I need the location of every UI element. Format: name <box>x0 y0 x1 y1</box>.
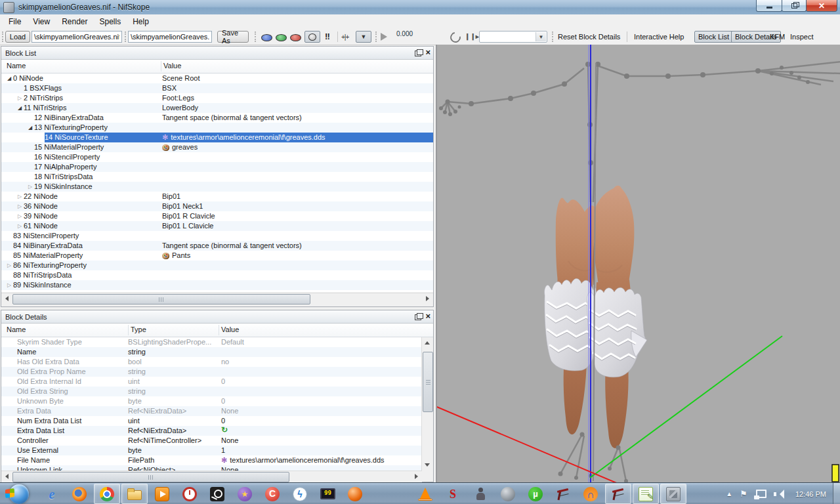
reset-block-details-button[interactable]: Reset Block Details <box>558 33 620 41</box>
close-button[interactable]: ✕ <box>806 0 837 12</box>
save-file-input[interactable] <box>128 31 212 43</box>
block-details-row[interactable]: Has Old Extra Databoolno <box>1 357 422 367</box>
render-eye-toggle-button[interactable] <box>304 31 320 43</box>
block-list-row[interactable]: ◢11 NiTriStripsLowerBody <box>1 103 433 113</box>
view-dropdown-button[interactable]: ▼ <box>356 31 371 43</box>
block-details-row[interactable]: Extra Data ListRef<NiExtraData>↻ <box>1 426 422 436</box>
taskbar-nifskope[interactable] <box>660 484 686 504</box>
taskbar-vlc[interactable] <box>412 484 438 504</box>
menu-view[interactable]: View <box>27 16 56 28</box>
block-list-row[interactable]: 88 NiTriStripsData <box>1 270 433 280</box>
network-icon[interactable] <box>754 489 767 499</box>
collapse-arrow-icon[interactable]: ◢ <box>16 103 24 113</box>
block-details-row[interactable]: ControllerRef<NiTimeController>None <box>1 436 422 446</box>
show-hidden-icons-button[interactable]: ▲ <box>722 490 736 497</box>
hscroll-thumb[interactable] <box>12 472 289 482</box>
menu-render[interactable]: Render <box>56 16 93 28</box>
vscroll-thumb[interactable] <box>423 352 433 412</box>
play-icon[interactable] <box>381 33 391 41</box>
taskbar-windows-explorer[interactable] <box>121 484 148 504</box>
block-details-vscrollbar[interactable] <box>421 337 433 471</box>
block-list-row[interactable]: 85 NiMaterialPropertyPants <box>1 251 433 261</box>
block-list-row[interactable]: ▷2 NiTriStripsFoot:Legs <box>1 93 433 103</box>
render-eye-blue-icon[interactable] <box>261 34 272 41</box>
taskbar-figure-app[interactable] <box>467 484 494 504</box>
scroll-right-icon[interactable] <box>423 293 433 304</box>
block-list-row[interactable]: 15 NiMaterialPropertygreaves <box>1 142 433 152</box>
block-details-hscrollbar[interactable] <box>1 471 422 482</box>
taskbar-chrome[interactable] <box>94 484 120 504</box>
scroll-up-icon[interactable] <box>422 337 432 348</box>
block-list-row[interactable]: ◢0 NiNodeScene Root <box>1 74 433 83</box>
step-icon[interactable]: ❙❙▸ <box>465 33 479 40</box>
float-panel-icon[interactable] <box>415 314 421 320</box>
show-desktop-button[interactable] <box>833 483 840 504</box>
block-list-header[interactable]: Name Value <box>1 60 433 74</box>
taskbar-audio-app[interactable] <box>578 484 604 504</box>
expand-arrow-icon[interactable]: ▷ <box>16 211 24 221</box>
anim-toolbar-handle[interactable] <box>375 32 379 42</box>
block-list-row[interactable]: ▷89 NiSkinInstance <box>1 280 433 290</box>
column-header-name[interactable]: Name <box>7 326 26 333</box>
menu-spells[interactable]: Spells <box>94 16 127 28</box>
block-list-row[interactable]: ▷19 NiSkinInstance <box>1 182 433 192</box>
interactive-help-button[interactable]: Interactive Help <box>634 33 684 41</box>
taskbar-orange-sphere-app[interactable] <box>342 484 368 504</box>
menu-file[interactable]: File <box>3 16 27 28</box>
block-list-row[interactable]: 17 NiAlphaProperty <box>1 162 433 172</box>
float-panel-icon[interactable] <box>415 51 421 56</box>
action-center-flag-icon[interactable]: ⚑ <box>736 489 751 499</box>
taskbar-power-app[interactable] <box>177 484 203 504</box>
taskbar-internet-explorer[interactable] <box>39 484 65 504</box>
expand-arrow-icon[interactable]: ▷ <box>5 261 13 270</box>
block-details-header[interactable]: Name Type Value <box>1 324 433 337</box>
taskbar-media-player[interactable] <box>149 484 175 504</box>
block-list-row[interactable]: 16 NiStencilProperty <box>1 152 433 162</box>
minimize-button[interactable] <box>756 0 782 12</box>
column-header-value[interactable]: Value <box>163 62 181 70</box>
render-eye-green-icon[interactable] <box>276 34 287 41</box>
scroll-left-icon[interactable] <box>1 293 12 304</box>
block-details-row[interactable]: Old Extra Stringstring <box>1 387 422 396</box>
start-button[interactable] <box>0 483 38 504</box>
block-list-row[interactable]: 83 NiStencilProperty <box>1 231 433 241</box>
taskbar-ccleaner[interactable] <box>259 484 285 504</box>
block-list-hscrollbar[interactable] <box>1 293 433 304</box>
render-eye-red-icon[interactable] <box>290 34 301 41</box>
scroll-down-icon[interactable] <box>422 460 432 471</box>
view-toolbar-handle[interactable] <box>552 32 555 42</box>
collapse-arrow-icon[interactable]: ◢ <box>5 74 13 83</box>
volume-icon[interactable] <box>773 489 788 499</box>
block-details-row[interactable]: Namestring <box>1 347 422 357</box>
block-list-row[interactable]: ▷22 NiNodeBip01 <box>1 192 433 201</box>
viewport-3d[interactable] <box>436 45 840 482</box>
scroll-right-icon[interactable] <box>411 471 422 482</box>
expand-arrow-icon[interactable]: ▷ <box>5 280 13 290</box>
block-details-row[interactable]: Extra DataRef<NiExtraData>None <box>1 406 422 416</box>
inspect-button[interactable]: Inspect <box>790 33 813 41</box>
column-header-value[interactable]: Value <box>221 326 239 333</box>
menu-help[interactable]: Help <box>127 16 155 28</box>
footprints-icon[interactable]: ‼ <box>325 32 330 41</box>
expand-arrow-icon[interactable]: ▷ <box>16 192 24 201</box>
hscroll-thumb[interactable] <box>12 294 310 304</box>
taskbar-notepad[interactable] <box>633 484 659 504</box>
block-details-row[interactable]: Unknown LinkRef<NiObject>None <box>1 465 422 471</box>
taskbar-construction-set-2[interactable] <box>605 484 631 504</box>
collapse-arrow-icon[interactable]: ◢ <box>26 123 34 133</box>
block-details-row[interactable]: Skyrim Shader TypeBSLightingShaderPrope.… <box>1 337 422 347</box>
block-list-row[interactable]: ▷39 NiNodeBip01 R Clavicle <box>1 211 433 221</box>
taskbar-system-monitor[interactable] <box>314 484 341 504</box>
block-details-row[interactable]: Use Externalbyte1 <box>1 446 422 455</box>
block-list-row[interactable]: 12 NiBinaryExtraDataTangent space (binor… <box>1 113 433 123</box>
taskbar-firefox[interactable] <box>66 484 93 504</box>
column-divider[interactable] <box>161 61 161 72</box>
taskbar-lightning-app[interactable] <box>287 484 313 504</box>
block-list-toggle-button[interactable]: Block List <box>694 31 733 43</box>
taskbar-construction-set[interactable] <box>550 484 576 504</box>
close-panel-icon[interactable]: × <box>425 312 430 320</box>
expand-arrow-icon[interactable]: ▷ <box>26 182 34 192</box>
taskbar-clock[interactable]: 12:46 PM <box>790 490 833 498</box>
block-list-row[interactable]: ◢13 NiTexturingProperty <box>1 123 433 133</box>
restore-button[interactable] <box>782 0 807 12</box>
